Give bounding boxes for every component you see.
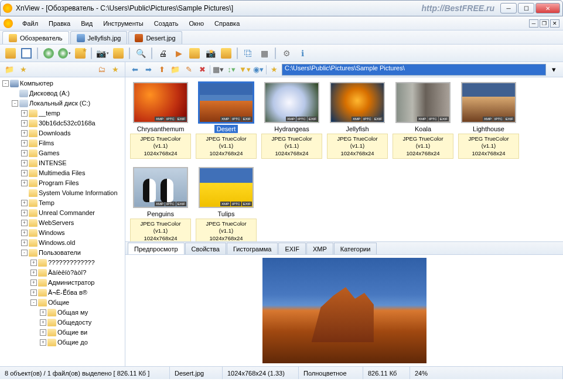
refresh-button[interactable] [42,46,56,60]
addr-dropdown[interactable]: ▾ [548,64,559,76]
tree-node[interactable]: +Films [21,138,124,148]
bottom-tab-свойства[interactable]: Свойства [185,243,226,254]
menu-создать[interactable]: Создать [149,18,183,29]
tree-node[interactable]: -Локальный диск (C:) [12,98,124,108]
address-bar[interactable]: C:\Users\Public\Pictures\Sample Pictures… [282,64,546,76]
tree-node[interactable]: +Общие до [40,338,124,347]
expand-icon[interactable]: + [21,140,28,146]
menu-окно[interactable]: Окно [185,18,209,29]
thumbnail-grid[interactable]: XMPIPTCEXIFChrysanthemumJPEG TrueColor (… [125,77,563,241]
expand-icon[interactable]: + [21,110,28,117]
expand-icon[interactable]: + [21,130,28,137]
acquire-button[interactable]: 📷 [95,46,110,60]
nav-fwd-button[interactable]: ➡ [142,64,154,76]
menu-справка[interactable]: Справка [210,18,244,29]
search-button[interactable]: 🔍 [134,46,148,60]
expand-icon[interactable]: + [40,339,46,346]
collapse-icon[interactable]: - [30,299,37,306]
expand-icon[interactable]: + [21,220,28,226]
thumbnail-penguins[interactable]: XMPIPTCEXIFPenguinsJPEG TrueColor (v1.1)… [130,167,191,241]
expand-icon[interactable]: + [40,329,46,336]
tree-tool-button[interactable]: 🗂 [95,64,107,76]
tree-node[interactable]: +Temp [21,198,124,208]
nav-up-button[interactable]: ⬆ [156,64,168,76]
sort-button[interactable]: ↕▾ [226,64,237,76]
tree-node[interactable]: +Multimedia Files [21,168,124,178]
expand-icon[interactable]: + [30,260,37,266]
help-button[interactable]: ℹ [295,46,309,60]
thumbnail-koala[interactable]: XMPIPTCEXIFKoalaJPEG TrueColor (v1.1)102… [393,82,453,159]
tree-node[interactable]: +Windows.old [21,238,124,248]
collapse-icon[interactable]: - [12,100,18,107]
tree-node[interactable]: +Общие ви [40,328,124,338]
tab-desert-jpg[interactable]: Desert.jpg [128,31,182,44]
thumbnail-jellyfish[interactable]: XMPIPTCEXIFJellyfishJPEG TrueColor (v1.1… [327,82,388,159]
expand-icon[interactable]: + [40,309,46,316]
tree-node[interactable]: +Администратор [30,278,124,288]
thumbnail-desert[interactable]: XMPIPTCEXIFDesertJPEG TrueColor (v1.1)10… [196,82,257,159]
tree-node[interactable]: -Компьютер [2,79,124,88]
thumbnail-lighthouse[interactable]: XMPIPTCEXIFLighthouseJPEG TrueColor (v1.… [458,82,519,159]
delete-button[interactable]: ✖ [196,64,208,76]
tree-node[interactable]: +Program Files [21,178,124,188]
tree-node[interactable]: +Unreal Commander [21,208,124,218]
thumbnail-chrysanthemum[interactable]: XMPIPTCEXIFChrysanthemumJPEG TrueColor (… [130,82,191,159]
view-mode-button[interactable]: ▦▾ [212,64,224,76]
tree-node[interactable]: +Äàíèēíò?àòî? [30,268,124,278]
tree-node[interactable]: +Downloads [21,128,124,138]
expand-icon[interactable]: + [21,180,28,186]
expand-icon[interactable]: + [30,270,37,276]
collapse-icon[interactable]: - [2,80,9,87]
expand-icon[interactable]: + [21,210,28,216]
new-folder-button[interactable]: 📁 [169,64,181,76]
browse-button[interactable] [4,46,18,60]
tree-node[interactable]: +__temp [21,108,124,118]
expand-icon[interactable]: + [30,279,37,286]
tree-node[interactable]: +Общая му [40,308,124,318]
webpage-button[interactable] [219,46,233,60]
menu-инструменты[interactable]: Инструменты [98,18,148,29]
maximize-button[interactable]: ☐ [518,3,534,13]
folder-tree[interactable]: -КомпьютерДисковод (A:)-Локальный диск (… [0,77,125,366]
tree-collapse-button[interactable]: 📁 [4,64,15,76]
tab--[interactable]: Обозреватель [2,31,69,44]
thumbnail-hydrangeas[interactable]: XMPIPTCEXIFHydrangeasJPEG TrueColor (v1.… [261,82,322,159]
menu-файл[interactable]: Файл [18,18,43,29]
expand-icon[interactable]: + [21,150,28,156]
convert-button[interactable] [187,46,202,60]
tree-node[interactable]: +????????????? [30,258,124,268]
mdi-restore-button[interactable]: ❐ [540,19,549,28]
close-button[interactable]: ✕ [535,3,560,13]
tree-node[interactable]: +INTENSE [21,158,124,168]
settings-button[interactable]: ⚙ [279,46,294,60]
expand-icon[interactable]: + [40,319,46,326]
tree-node[interactable]: Дисковод (A:) [12,88,124,98]
mdi-minimize-button[interactable]: ─ [529,19,538,28]
tab-jellyfish-jpg[interactable]: Jellyfish.jpg [70,31,128,44]
tree-fav-button[interactable]: ★ [110,64,121,76]
expand-icon[interactable]: + [21,170,28,176]
expand-icon[interactable]: + [21,120,28,127]
nav-back-button[interactable]: ⬅ [129,64,141,76]
rename-button[interactable]: ✎ [183,64,195,76]
tree-node[interactable]: +Ä¬Ё-Ё́бва в® [30,288,124,298]
bottom-tab-xmp[interactable]: XMP [306,243,333,254]
tag-button[interactable]: ◉▾ [253,64,264,76]
tree-node[interactable]: -Общие [30,298,124,308]
favorites-button[interactable] [73,46,87,60]
addr-fav-button[interactable]: ★ [268,64,280,76]
filter-button[interactable]: ▼▾ [239,64,251,76]
expand-icon[interactable]: + [30,289,37,296]
fullscreen-button[interactable] [19,46,33,60]
open-button[interactable] [111,46,125,60]
menu-вид[interactable]: Вид [76,18,97,29]
thumbnail-tulips[interactable]: XMPIPTCEXIFTulipsJPEG TrueColor (v1.1)10… [196,167,257,241]
capture-button[interactable]: 📸 [203,46,217,60]
bottom-tab-категории[interactable]: Категории [334,243,377,254]
slideshow-button[interactable]: ▶ [172,46,186,60]
bottom-tab-гистограмма[interactable]: Гистограмма [227,243,278,254]
collapse-icon[interactable]: - [21,250,28,256]
bottom-tab-предпросмотр[interactable]: Предпросмотр [128,243,185,254]
tree-node[interactable]: +Games [21,148,124,158]
refresh-dropdown[interactable] [57,46,71,60]
